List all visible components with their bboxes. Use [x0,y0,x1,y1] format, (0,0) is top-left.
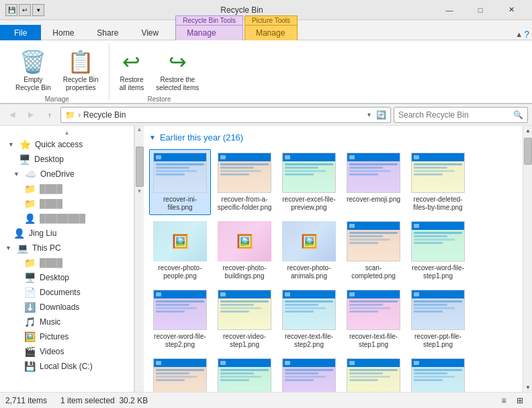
file-item[interactable]: recover-video-step1.png [214,286,275,352]
file-item[interactable]: recover-text-file-step1.png [343,286,404,352]
manage-group-label: Manage [45,95,69,104]
file-thumbnail [347,290,400,330]
sidebar-item-jing-liu[interactable]: 👤 Jing Liu [0,226,134,241]
search-bar[interactable]: 🔍 [394,107,528,123]
sidebar-item-od-sub2[interactable]: 📁 ████ [0,196,134,211]
sidebar-item-od-sub3[interactable]: 👤 ████████ [0,211,134,226]
breadcrumb-separator: › [78,110,81,120]
sidebar-item-onedrive[interactable]: ▼ ☁️ OneDrive [0,167,134,181]
file-thumbnail [411,358,465,392]
sidebar-scroll-down-arrow[interactable]: ▼ [135,188,144,195]
status-item-count: 2,711 items [5,396,47,405]
file-thumbnail [153,153,207,193]
sidebar-scrollbar[interactable]: ▲ ▼ [134,126,144,392]
maximize-button[interactable]: □ [465,0,496,20]
tab-recycle-tools-manage[interactable]: Manage [175,25,243,40]
content-scrollbar[interactable]: ▲ ▼ [523,126,532,392]
section-chevron-icon[interactable]: ▼ [149,134,156,141]
scroll-down-arrow[interactable]: ▼ [523,382,532,392]
ribbon-collapse-btn[interactable]: ▲ [515,30,523,38]
back-button[interactable]: ◀ [4,107,20,123]
this-pc-label: This PC [32,243,61,253]
sidebar-scroll-up-arrow[interactable]: ▲ [135,126,144,133]
sidebar-item-local-disk[interactable]: 💾 Local Disk (C:) [0,359,134,374]
file-label: recover-deleted-files-by-time.png [410,196,466,212]
file-item[interactable]: recover-pdf-file-step1.png [407,355,469,392]
empty-recycle-bin-button[interactable]: 🗑️ EmptyRecycle Bin [11,46,56,95]
file-item[interactable]: scan-completed.png [343,218,404,284]
onedrive-label: OneDrive [40,169,75,179]
od-sub2-icon: 📁 [24,198,36,209]
file-item[interactable]: recover-ppt-file-step1.png [407,286,469,352]
view-details-button[interactable]: ≡ [497,395,511,407]
file-item[interactable]: recover-ini-files.png [149,149,211,215]
forward-button[interactable]: ▶ [23,107,39,123]
sidebar-item-downloads[interactable]: ⬇️ Downloads [0,300,134,315]
file-item[interactable]: 🖼️ recover-photo-buildings.png [214,218,275,284]
restore-selected-button[interactable]: ↪ Restore theselected items [151,46,204,95]
recycle-properties-button[interactable]: 📋 Recycle Binproperties [58,46,103,95]
breadcrumb-path: Recycle Bin [83,110,126,120]
quick-access-undo[interactable]: ↩ [19,4,31,16]
view-tiles-button[interactable]: ⊞ [513,395,527,407]
file-item[interactable]: recover-photo-step1.png [278,355,340,392]
sidebar-item-od-sub1[interactable]: 📁 ████ [0,181,134,196]
restore-selected-icon: ↪ [169,49,187,75]
close-button[interactable]: ✕ [496,0,527,20]
file-item[interactable]: recover-excel-file-preview.png [278,149,340,215]
sidebar-item-tpc-sub1[interactable]: 📁 ████ [0,255,134,270]
file-label: recover-photo-people.png [152,264,208,280]
file-item[interactable]: recover-word-file-step2.png [149,286,211,352]
file-item[interactable]: 🖼️ recover-photo-animals.png [278,218,340,284]
tab-view[interactable]: View [130,25,170,40]
breadcrumb-icon: 📁 [65,110,75,120]
file-item[interactable]: recover-data-step3-Copy.png [214,355,275,392]
file-thumbnail: 🖼️ [282,221,336,261]
help-button[interactable]: ? [524,29,529,40]
sidebar-item-desktop[interactable]: 🖥️ Desktop [0,152,134,167]
sidebar-item-videos[interactable]: 🎬 Videos [0,344,134,359]
sidebar-item-quick-access[interactable]: ▼ ⭐ Quick access [0,137,134,152]
file-item[interactable]: recover-deleted-files-by-time.png [407,149,469,215]
file-item[interactable]: 🖼️ recover-photo-people.png [149,218,211,284]
quick-access-dropdown[interactable]: ▾ [32,4,44,16]
tab-home[interactable]: Home [41,25,85,40]
tab-file[interactable]: File [0,25,41,40]
scroll-thumb[interactable] [524,138,532,165]
sidebar-scroll-up[interactable]: ▲ [0,128,134,137]
scroll-track[interactable] [523,135,532,382]
sidebar-item-desktop2[interactable]: 🖥️ Desktop [0,270,134,285]
file-thumbnail: 🖼️ [218,221,271,261]
file-item[interactable]: recover-emoji.png [343,149,404,215]
videos-label: Videos [40,347,64,356]
up-button[interactable]: ↑ [42,107,58,123]
content-scroll[interactable]: ▼ Earlier this year (216) recover-ini-fi… [144,126,523,392]
minimize-button[interactable]: — [434,0,465,20]
sidebar-item-this-pc[interactable]: ▼ 💻 This PC [0,241,134,255]
desktop-icon: 🖥️ [19,154,30,165]
sidebar-scroll-thumb[interactable] [136,147,144,187]
downloads-label: Downloads [40,302,79,312]
file-item[interactable]: recover-ppt-file-step2.png [149,355,211,392]
scroll-up-arrow[interactable]: ▲ [523,126,532,135]
file-item[interactable]: recover-from-a-specific-folder.png [214,149,275,215]
search-input[interactable] [398,110,511,120]
sidebar-item-documents[interactable]: 📄 Documents [0,285,134,300]
quick-access-save[interactable]: 💾 [5,4,17,16]
sidebar-item-pictures[interactable]: 🖼️ Pictures [0,329,134,344]
tab-share[interactable]: Share [85,25,130,40]
file-label: recover-text-file-step1.png [346,333,401,349]
restore-all-button[interactable]: ↩ Restoreall items [115,46,149,95]
downloads-icon: ⬇️ [24,302,36,313]
address-refresh-button[interactable]: 🔄 [376,110,386,120]
file-item[interactable]: recover-word-file-step1.png [407,218,469,284]
file-thumbnail [153,358,207,392]
tab-picture-tools-manage[interactable]: Manage [245,25,298,40]
sidebar-item-music[interactable]: 🎵 Music [0,315,134,329]
file-grid: recover-ini-files.png recover-from-a-spe… [149,149,517,392]
address-bar[interactable]: 📁 › Recycle Bin ▾ 🔄 [60,107,391,123]
file-item[interactable]: recover-pdf-file-step2.png [343,355,404,392]
ribbon-group-manage: 🗑️ EmptyRecycle Bin 📋 Recycle Binpropert… [5,43,109,100]
address-dropdown-arrow[interactable]: ▾ [367,111,371,118]
file-item[interactable]: recover-text-file-step2.png [278,286,340,352]
